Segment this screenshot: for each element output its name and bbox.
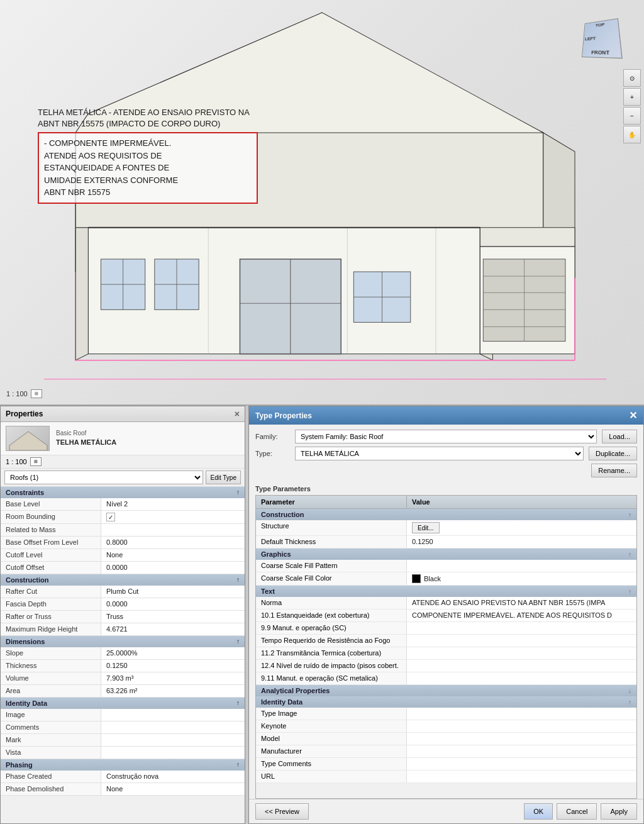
prop-value-related-to-mass[interactable] bbox=[101, 524, 245, 536]
preview-button[interactable]: << Preview bbox=[255, 803, 309, 820]
tp-value-ruido[interactable] bbox=[407, 660, 636, 672]
family-row: Family: System Family: Basic Roof Load..… bbox=[255, 430, 637, 443]
duplicate-button[interactable]: Duplicate... bbox=[589, 447, 637, 460]
prop-label-room-bounding: Room Bounding bbox=[1, 511, 101, 523]
prop-label-image: Image bbox=[1, 709, 101, 721]
prop-value-volume[interactable]: 7.903 m³ bbox=[101, 672, 245, 684]
navigation-cube[interactable]: TOP LEFT FRONT bbox=[575, 13, 625, 63]
type-params-table[interactable]: Parameter Value Construction ↑ Structure… bbox=[255, 495, 637, 799]
prop-value-max-ridge[interactable]: 4.6721 bbox=[101, 623, 245, 635]
prop-value-rafter-cut[interactable]: Plumb Cut bbox=[101, 586, 245, 598]
pan-button[interactable]: ✋ bbox=[623, 126, 641, 143]
prop-value-vista[interactable] bbox=[101, 747, 245, 759]
type-props-title: Type Properties bbox=[255, 411, 312, 420]
tp-row-manufacturer: Manufacturer bbox=[256, 745, 636, 758]
room-bounding-checkbox[interactable]: ✓ bbox=[106, 513, 115, 521]
tp-value-fill-pattern[interactable] bbox=[407, 560, 636, 572]
prop-value-room-bounding[interactable]: ✓ bbox=[101, 511, 245, 523]
prop-value-phase-created[interactable]: Construção nova bbox=[101, 771, 245, 782]
prop-section-dimensions: Dimensions ↑ bbox=[1, 636, 245, 647]
type-props-form: Family: System Family: Basic Roof Load..… bbox=[249, 425, 643, 482]
apply-button[interactable]: Apply bbox=[601, 803, 637, 820]
tp-value-fill-color[interactable]: Black bbox=[407, 572, 636, 585]
prop-row-rafter-truss: Rafter or Truss Truss bbox=[1, 611, 245, 623]
preview-family-name: TELHA METÁLICA bbox=[56, 438, 116, 447]
scale-text: 1 : 100 bbox=[6, 390, 28, 398]
prop-row-room-bounding: Room Bounding ✓ bbox=[1, 511, 245, 524]
prop-value-comments[interactable] bbox=[101, 721, 245, 733]
edit-type-button[interactable]: Edit Type bbox=[206, 470, 241, 484]
type-dropdown[interactable]: Roofs (1) bbox=[4, 470, 203, 484]
prop-value-rafter-truss[interactable]: Truss bbox=[101, 611, 245, 623]
type-selector-row: Roofs (1) Edit Type bbox=[1, 469, 245, 487]
tp-section-analytical: Analytical Properties ↓ bbox=[256, 685, 636, 696]
bottom-panels: Properties × Basic Roof TELHA METÁLICA 1… bbox=[0, 406, 644, 824]
zoom-out-button[interactable]: − bbox=[623, 107, 641, 125]
tp-value-norma[interactable]: ATENDE AO ENSAIO PREVISTO NA ABNT NBR 15… bbox=[407, 597, 636, 609]
tp-graphics-arrow: ↑ bbox=[628, 551, 631, 558]
prop-value-image[interactable] bbox=[101, 709, 245, 721]
type-dropdown-tp[interactable]: TELHA METÁLICA bbox=[295, 447, 584, 460]
prop-row-rafter-cut: Rafter Cut Plumb Cut bbox=[1, 586, 245, 598]
prop-row-vista: Vista bbox=[1, 747, 245, 759]
properties-scroll-area[interactable]: Constraints ↑ Base Level Nível 2 Room Bo… bbox=[1, 487, 245, 824]
phasing-arrow: ↑ bbox=[236, 761, 240, 769]
type-props-close-button[interactable]: ✕ bbox=[629, 409, 637, 421]
prop-label-cutoff-offset: Cutoff Offset bbox=[1, 562, 101, 574]
tp-value-model[interactable] bbox=[407, 733, 636, 745]
construction-arrow: ↑ bbox=[236, 576, 240, 584]
type-label: Type: bbox=[255, 450, 290, 457]
nav-cube-box[interactable]: TOP LEFT FRONT bbox=[582, 18, 623, 58]
family-dropdown[interactable]: System Family: Basic Roof bbox=[295, 430, 597, 443]
tp-value-default-thickness[interactable]: 0.1250 bbox=[407, 536, 636, 548]
tp-value-structure[interactable]: Edit... bbox=[407, 520, 636, 535]
zoom-in-button[interactable]: + bbox=[623, 88, 641, 106]
load-button[interactable]: Load... bbox=[602, 430, 637, 443]
tp-param-transmitancia: 11.2 Transmitância Termica (cobertura) bbox=[256, 647, 407, 659]
tp-value-keynote[interactable] bbox=[407, 720, 636, 732]
tp-value-url[interactable] bbox=[407, 771, 636, 782]
prop-value-thickness[interactable]: 0.1250 bbox=[101, 660, 245, 672]
tp-value-manut-sc-metalica[interactable] bbox=[407, 672, 636, 684]
prop-row-base-level: Base Level Nível 2 bbox=[1, 498, 245, 511]
prop-value-base-level[interactable]: Nível 2 bbox=[101, 498, 245, 510]
tp-param-ruido: 12.4 Nível de ruído de impacto (pisos co… bbox=[256, 660, 407, 672]
tp-param-manut-sc-metalica: 9.11 Manut. e operação (SC metalica) bbox=[256, 672, 407, 684]
tp-row-keynote: Keynote bbox=[256, 720, 636, 733]
tp-param-url: URL bbox=[256, 771, 407, 782]
prop-value-cutoff-level[interactable]: None bbox=[101, 549, 245, 561]
nav-cube-top-label: TOP bbox=[596, 22, 605, 28]
tp-value-tempo-fogo[interactable] bbox=[407, 635, 636, 647]
prop-value-slope[interactable]: 25.0000% bbox=[101, 647, 245, 659]
viewport: TELHA METÁLICA - ATENDE AO ENSAIO PREVIS… bbox=[0, 0, 644, 406]
properties-panel: Properties × Basic Roof TELHA METÁLICA 1… bbox=[0, 406, 245, 824]
tp-param-norma: Norma bbox=[256, 597, 407, 609]
prop-value-mark[interactable] bbox=[101, 734, 245, 746]
preview-image bbox=[6, 426, 50, 451]
tp-table-header: Parameter Value bbox=[256, 496, 636, 509]
tp-value-transmitancia[interactable] bbox=[407, 647, 636, 659]
annotation-plain: TELHA METÁLICA - ATENDE AO ENSAIO PREVIS… bbox=[38, 107, 258, 130]
prop-row-slope: Slope 25.0000% bbox=[1, 647, 245, 660]
prop-value-base-offset[interactable]: 0.8000 bbox=[101, 537, 245, 548]
tp-value-type-image[interactable] bbox=[407, 708, 636, 720]
tp-section-construction: Construction ↑ bbox=[256, 509, 636, 520]
tp-value-estanqueidade[interactable]: COMPONENTE IMPERMEÁVEL. ATENDE AOS REQUI… bbox=[407, 610, 636, 621]
tp-value-manut-sc[interactable] bbox=[407, 622, 636, 634]
structure-edit-button[interactable]: Edit... bbox=[412, 522, 440, 533]
cancel-button[interactable]: Cancel bbox=[557, 803, 597, 820]
tp-value-type-comments[interactable] bbox=[407, 758, 636, 770]
zoom-extents-button[interactable]: ⊙ bbox=[623, 69, 641, 87]
prop-value-area[interactable]: 63.226 m² bbox=[101, 685, 245, 697]
ok-button[interactable]: OK bbox=[524, 803, 553, 820]
prop-value-phase-demolished[interactable]: None bbox=[101, 783, 245, 795]
tp-param-type-image: Type Image bbox=[256, 708, 407, 720]
svg-marker-10 bbox=[75, 228, 88, 360]
tp-value-manufacturer[interactable] bbox=[407, 745, 636, 757]
prop-value-fascia-depth[interactable]: 0.0000 bbox=[101, 598, 245, 610]
prop-row-mark: Mark bbox=[1, 734, 245, 747]
prop-value-cutoff-offset[interactable]: 0.0000 bbox=[101, 562, 245, 574]
rename-button[interactable]: Rename... bbox=[591, 464, 637, 477]
type-properties-panel: Type Properties ✕ Family: System Family:… bbox=[248, 406, 644, 824]
properties-close-button[interactable]: × bbox=[235, 409, 240, 419]
